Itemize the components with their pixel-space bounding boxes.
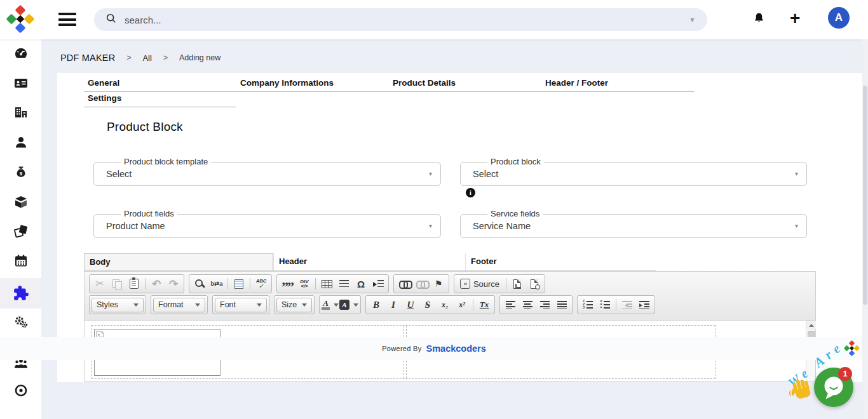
undo-button[interactable]: ↶ (148, 276, 165, 291)
spell-check-button[interactable] (253, 276, 269, 291)
link-icon (399, 281, 410, 287)
find-button[interactable] (191, 276, 208, 291)
increase-indent-button[interactable] (636, 297, 653, 312)
blockquote-button[interactable]: ”” (279, 276, 295, 291)
field-value: Select (106, 169, 132, 179)
global-search[interactable]: ▼ (94, 8, 707, 31)
sidebar-item-organizations-icon[interactable] (0, 100, 41, 125)
sidebar-item-contacts-icon[interactable] (0, 70, 41, 96)
product-block-template-select[interactable]: Product block template Select ▾ (93, 162, 441, 186)
search-dropdown-caret-icon[interactable]: ▼ (689, 16, 696, 23)
align-center-button[interactable] (519, 297, 536, 312)
horizontal-line-button[interactable] (336, 276, 352, 291)
chevron-down-icon: ▾ (795, 222, 798, 229)
align-right-button[interactable] (536, 297, 553, 312)
insert-table-button[interactable] (318, 276, 335, 291)
chevron-down-icon (195, 303, 200, 309)
source-icon (460, 279, 470, 289)
sidebar-item-opportunities-icon[interactable]: $ (0, 159, 41, 185)
field-label: Product fields (121, 209, 177, 218)
text-color-button[interactable]: A (322, 297, 339, 312)
chevron-down-icon: ▾ (429, 222, 432, 229)
form-tab-strip: General Company Informations Product Det… (84, 77, 695, 107)
powered-by-bar: Powered By Smackcoders (0, 337, 868, 360)
bold-button[interactable]: B (368, 297, 384, 312)
numbered-list-button[interactable] (580, 297, 596, 312)
search-input[interactable] (125, 15, 689, 25)
editor-tab-body[interactable]: Body (84, 253, 273, 270)
search-icon (105, 13, 117, 27)
sidebar-item-invoices-icon[interactable] (0, 218, 41, 244)
strikethrough-button[interactable]: S (419, 297, 436, 312)
tab-company-informations[interactable]: Company Informations (236, 77, 389, 92)
brand-link[interactable]: Smackcoders (426, 343, 486, 354)
service-fields-select[interactable]: Service fields Service Name ▾ (460, 214, 807, 238)
superscript-button[interactable]: x² (454, 297, 470, 312)
align-left-button[interactable] (502, 297, 519, 312)
italic-button[interactable]: I (385, 297, 402, 312)
app-logo-icon[interactable] (5, 4, 36, 37)
tab-settings[interactable]: Settings (84, 92, 236, 107)
tab-product-details[interactable]: Product Details (389, 77, 541, 92)
product-block-select[interactable]: Product block Select ▾ (460, 162, 807, 186)
select-all-button[interactable] (231, 276, 247, 291)
editor-tab-strip: Body Header Footer (84, 253, 656, 271)
quick-add-button[interactable]: + (790, 7, 800, 30)
sidebar-item-pdf-maker-icon[interactable] (0, 281, 41, 306)
breadcrumb-view[interactable]: All (142, 53, 151, 63)
page-break-button[interactable] (370, 276, 386, 291)
copy-icon (112, 279, 122, 289)
remove-format-icon: Tx (480, 300, 489, 310)
justify-button[interactable] (553, 297, 570, 312)
special-char-button[interactable]: Ω (353, 276, 369, 291)
styles-dropdown[interactable]: Styles (92, 298, 144, 312)
chevron-down-icon (353, 303, 358, 309)
decrease-indent-button[interactable] (619, 297, 635, 312)
breadcrumb-separator: > (163, 53, 168, 62)
preview-button[interactable] (526, 276, 543, 291)
scroll-up-arrow-icon[interactable] (806, 321, 816, 329)
breadcrumb-module[interactable]: PDF MAKER (60, 53, 115, 63)
anchor-button[interactable]: ⚑ (430, 276, 447, 291)
info-icon[interactable]: i (466, 188, 475, 197)
replace-button[interactable]: b⇄a (208, 276, 225, 291)
underline-button[interactable]: U (402, 297, 419, 312)
editor-tab-header[interactable]: Header (273, 253, 465, 270)
div-container-button[interactable]: DIV</> (296, 276, 313, 291)
tab-header-footer[interactable]: Header / Footer (541, 77, 694, 92)
subscript-button[interactable]: x₂ (437, 297, 453, 312)
notifications-bell-icon[interactable] (752, 11, 766, 27)
size-dropdown[interactable]: Size (276, 298, 312, 312)
sidebar-item-products-icon[interactable] (0, 189, 41, 215)
sidebar-item-leads-icon[interactable] (0, 130, 41, 155)
link-button[interactable] (396, 276, 412, 291)
remove-format-button[interactable]: Tx (476, 297, 492, 312)
copy-button[interactable] (109, 276, 125, 291)
bulleted-list-button[interactable] (597, 297, 613, 312)
product-fields-select[interactable]: Product fields Product Name ▾ (93, 214, 441, 238)
page-scrollbar-thumb[interactable] (863, 86, 867, 305)
sidebar-item-dashboard-icon[interactable] (0, 41, 41, 66)
format-dropdown[interactable]: Format (153, 298, 205, 312)
unlink-button[interactable] (413, 276, 430, 291)
numbered-list-icon (583, 300, 593, 309)
cut-button[interactable]: ✂ (92, 276, 108, 291)
source-button[interactable]: Source (456, 276, 503, 291)
waving-hand-icon (788, 376, 816, 406)
editor-tab-footer[interactable]: Footer (465, 253, 656, 270)
templates-button[interactable] (509, 276, 526, 291)
decrease-indent-icon (622, 300, 632, 309)
paste-button[interactable] (126, 276, 142, 291)
tab-general[interactable]: General (84, 77, 236, 92)
sidebar-item-settings-icon[interactable] (0, 309, 41, 335)
menu-hamburger-icon[interactable] (58, 13, 76, 27)
user-avatar[interactable]: A (828, 7, 850, 29)
redo-button[interactable]: ↷ (165, 276, 182, 291)
font-dropdown[interactable]: Font (215, 298, 267, 312)
background-color-button[interactable]: A (339, 297, 358, 312)
sidebar-item-hierarchy-icon[interactable] (0, 410, 41, 419)
page-scrollbar[interactable] (862, 39, 868, 419)
sidebar-item-calendar-icon[interactable] (0, 248, 41, 274)
sidebar-item-targets-icon[interactable] (0, 378, 41, 403)
templates-icon (513, 279, 521, 289)
